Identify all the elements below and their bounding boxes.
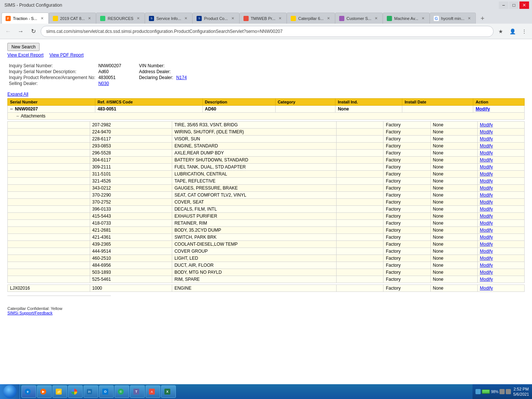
row-category [337, 178, 383, 185]
table-row: 207-2982TIRE, 35/65 R33, VSNT, BRIDGFact… [8, 122, 525, 129]
row-action-link[interactable]: Modify [480, 242, 493, 247]
tab-favicon-cat2019 [53, 16, 58, 21]
minimize-button[interactable]: – [499, 1, 508, 9]
back-button[interactable]: ← [3, 26, 13, 37]
row-action-link[interactable]: Modify [480, 200, 493, 205]
bookmark-button[interactable]: ★ [496, 27, 505, 36]
row-serial [8, 262, 90, 269]
inquiry-serial-label: Inquiry Serial Number: [7, 63, 97, 69]
row-action-link[interactable]: Modify [480, 143, 493, 149]
forward-button[interactable]: → [16, 26, 26, 37]
tab-close-customer[interactable]: ✕ [374, 16, 379, 21]
tab-machine[interactable]: Machine Av... ✕ [383, 13, 430, 24]
row-category [337, 248, 383, 255]
row-action-link[interactable]: Modify [480, 122, 493, 127]
taskbar-app-folder[interactable]: 📁 [52, 385, 67, 398]
row-action-link[interactable]: Modify [480, 214, 493, 219]
tab-close-traction[interactable]: ✕ [40, 16, 45, 21]
maximize-button[interactable]: □ [509, 1, 519, 9]
row-ref: 293-0853 [90, 143, 172, 150]
row-action-link[interactable]: Modify [480, 277, 493, 282]
taskbar-app-media[interactable]: ▶ [37, 385, 52, 398]
tab-close-resources[interactable]: ✕ [136, 16, 141, 21]
row-action-link[interactable]: Modify [480, 185, 493, 191]
profile-button[interactable]: 👤 [508, 27, 517, 36]
row-action-link[interactable]: Modify [480, 221, 493, 226]
row-ref: 484-6956 [90, 262, 172, 269]
row-serial [8, 255, 90, 262]
collapse-icon[interactable]: ‒ [10, 106, 13, 112]
attachments-label: Attachments [21, 113, 45, 119]
row-action-link[interactable]: Modify [480, 178, 493, 184]
view-pdf-link[interactable]: View PDF Report [50, 52, 83, 58]
taskbar-app-ie[interactable]: e [21, 385, 36, 398]
declaring-dealer-link[interactable]: N174 [176, 75, 187, 80]
tab-traction[interactable]: F Traction - S... ✕ [1, 13, 49, 24]
toolbar: New Search View Excel Report View PDF Re… [7, 43, 525, 58]
url-bar[interactable]: sims.cat.com/sims/servlet/cat.dcs.ssd.si… [41, 26, 494, 37]
expand-all-link[interactable]: Expand All [7, 92, 28, 97]
taskbar-app-outlook[interactable]: O [99, 385, 114, 398]
row-install-date: None [430, 129, 477, 136]
row-action-link[interactable]: Modify [480, 164, 493, 170]
close-button[interactable]: ✕ [519, 1, 529, 9]
row-action-link[interactable]: Modify [480, 235, 493, 240]
tab-close-hycroft[interactable]: ✕ [467, 16, 472, 21]
row-action-link[interactable]: Modify [480, 249, 493, 254]
ljx-modify-link[interactable]: Modify [480, 286, 493, 291]
tab-customer[interactable]: Customer S... ✕ [335, 13, 383, 24]
row-action-link[interactable]: Modify [480, 150, 493, 156]
confidential-label: Caterpillar Confidential: [7, 306, 50, 311]
row-action-link[interactable]: Modify [480, 207, 493, 212]
tab-close-cat2019[interactable]: ✕ [87, 16, 92, 21]
row-install-ind: Factory [383, 206, 430, 213]
row-action-link[interactable]: Modify [480, 171, 493, 177]
taskbar-app-teams[interactable]: T [130, 385, 145, 398]
tab-close-service[interactable]: ✕ [183, 16, 188, 21]
simsi-support-link[interactable]: SIMSi Support/Feedback [7, 311, 52, 315]
table-row: 439-2365COOLANT-DIESEL,LOW TEMPFactoryNo… [8, 241, 525, 248]
taskbar-app-cdi[interactable]: © [115, 385, 129, 398]
tab-tmiweb[interactable]: TMIWEB Pr... ✕ [239, 13, 287, 24]
row-serial [8, 199, 90, 206]
new-search-button[interactable]: New Search [7, 43, 40, 51]
tab-close-tmiweb[interactable]: ✕ [277, 16, 283, 21]
tab-service[interactable]: S Service Info... ✕ [145, 13, 192, 24]
row-serial [8, 269, 90, 276]
row-action-link[interactable]: Modify [480, 270, 493, 275]
tab-favicon-productco: S [197, 16, 202, 21]
row-install-date: None [430, 220, 477, 227]
tab-close-productco[interactable]: ✕ [230, 16, 235, 21]
tab-caterpillar[interactable]: Caterpillar 6... ✕ [287, 13, 335, 24]
new-tab-button[interactable]: + [477, 13, 488, 24]
tab-productco[interactable]: S Product Co... ✕ [192, 13, 239, 24]
row-action-link[interactable]: Modify [480, 192, 493, 198]
tab-hycroft[interactable]: G hycroft min... ✕ [430, 13, 476, 24]
reload-button[interactable]: ↻ [28, 26, 38, 37]
tab-close-caterpillar[interactable]: ✕ [326, 16, 331, 21]
row-action-link[interactable]: Modify [480, 263, 493, 268]
tab-close-machine[interactable]: ✕ [420, 16, 426, 21]
attachments-collapse-icon[interactable]: ‒ [16, 113, 19, 119]
row-action-link[interactable]: Modify [480, 256, 493, 261]
taskbar-app-generic[interactable]: A [146, 385, 160, 398]
row-ref: 296-5528 [90, 150, 172, 157]
taskbar-app-infor[interactable]: in [83, 385, 98, 398]
ljx-action: Modify [477, 285, 524, 292]
taskbar-app-chrome[interactable] [68, 385, 83, 398]
row-action-link[interactable]: Modify [480, 129, 493, 134]
row-action-link[interactable]: Modify [480, 157, 493, 163]
menu-button[interactable]: ⋮ [519, 27, 529, 36]
serial-root-modify-link[interactable]: Modify [475, 106, 490, 112]
row-action-link[interactable]: Modify [480, 136, 493, 141]
start-button[interactable] [0, 384, 20, 399]
inquiry-selling-value: N030 [97, 81, 123, 86]
row-install-ind: Factory [383, 262, 430, 269]
selling-dealer-link[interactable]: N030 [98, 81, 109, 86]
view-excel-link[interactable]: View Excel Report [7, 52, 44, 58]
tab-cat2019[interactable]: 2019 CAT 8... ✕ [49, 13, 96, 24]
row-action-link[interactable]: Modify [480, 228, 493, 233]
taskbar-app-excel[interactable]: X [161, 385, 176, 398]
row-install-date: None [430, 164, 477, 171]
tab-resources[interactable]: RESOURCES ✕ [96, 13, 145, 24]
